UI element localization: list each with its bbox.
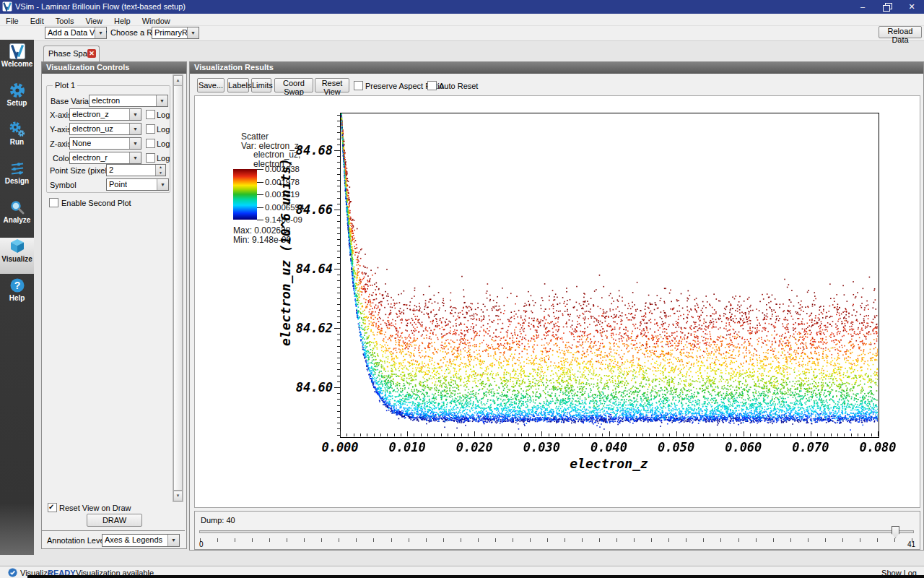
slider-tick (894, 538, 895, 542)
controls-scrollbar[interactable]: ▲ ▼ (173, 74, 183, 502)
slider-tick (720, 538, 721, 542)
auto-reset-checkbox[interactable] (427, 81, 437, 90)
tab-close-icon[interactable]: ✕ (87, 49, 96, 58)
app-window: VSim - Laminar Brillouin Flow (text-base… (0, 0, 924, 578)
menu-help[interactable]: Help (108, 16, 136, 26)
chevron-down-icon: ▼ (167, 535, 179, 546)
sidebar-item-label: Analyze (0, 216, 34, 224)
base-variable-dropdown[interactable]: electron▼ (89, 95, 168, 107)
slider-tick (373, 538, 374, 542)
point-size-label: Point Size (pixels) (50, 166, 113, 175)
reset-view-on-draw-checkbox[interactable] (48, 503, 57, 512)
add-data-view-dropdown[interactable]: Add a Data View▼ (45, 27, 107, 39)
slider-min-label: 0 (199, 540, 204, 548)
sidebar: WelcomeSetupRunDesignAnalyzeVisualize?He… (0, 40, 34, 555)
coord-swap-button[interactable]: Coord Swap (274, 78, 313, 92)
spin-up-icon[interactable]: ▲ (156, 165, 165, 171)
screen-edge (27, 575, 924, 578)
visualization-results-panel: Visualization Results Save...LabelsLimit… (189, 61, 924, 551)
log-label: Log (157, 111, 170, 119)
x-axis-dropdown[interactable]: electron_z▼ (69, 108, 141, 121)
point-size-stepper[interactable]: 2 ▲▼ (106, 164, 166, 176)
sidebar-item-design[interactable]: Design (0, 160, 34, 196)
z-axis-dropdown[interactable]: None▼ (69, 137, 141, 150)
z-axis-log-checkbox[interactable] (146, 139, 155, 148)
menu-tools[interactable]: Tools (50, 16, 80, 26)
minimize-button[interactable]: – (850, 0, 875, 14)
tab-phase-space[interactable]: Phase Space ✕ (43, 46, 100, 62)
slider-tick (321, 538, 322, 542)
slider-tick (513, 538, 513, 542)
menu-window[interactable]: Window (136, 16, 176, 26)
gear-icon (0, 82, 34, 100)
sidebar-item-label: Setup (0, 99, 34, 107)
dump-slider-handle[interactable] (892, 526, 899, 538)
spin-down-icon[interactable]: ▼ (156, 171, 165, 176)
sidebar-item-setup[interactable]: Setup (0, 82, 34, 118)
slider-tick (426, 538, 427, 542)
sidebar-item-run[interactable]: Run (0, 121, 34, 157)
slider-tick (877, 538, 878, 542)
sidebar-item-visualize[interactable]: Visualize (0, 238, 34, 274)
sidebar-item-help[interactable]: ?Help (0, 277, 34, 313)
slider-tick (565, 538, 565, 542)
controls-panel-header: Visualization Controls (42, 62, 186, 74)
slider-tick (599, 538, 600, 542)
plot1-group-title: Plot 1 (53, 81, 77, 90)
menu-view[interactable]: View (79, 16, 108, 26)
slider-tick (495, 538, 496, 542)
symbol-dropdown[interactable]: Point▼ (106, 178, 169, 191)
log-label: Log (157, 154, 170, 163)
reload-data-button[interactable]: Reload Data (879, 26, 922, 38)
save--button[interactable]: Save... (197, 78, 225, 92)
chevron-down-icon: ▼ (95, 27, 106, 38)
z-axis-label: Z-axis (50, 139, 71, 148)
chevron-down-icon: ▼ (129, 109, 141, 120)
annotation-level-dropdown[interactable]: Axes & Legends▼ (102, 534, 180, 547)
slider-tick (252, 538, 253, 542)
preserve-aspect-ratio-checkbox[interactable] (354, 81, 363, 90)
y-axis-log-checkbox[interactable] (146, 124, 155, 134)
slider-tick (287, 538, 287, 542)
labels-button[interactable]: Labels (227, 78, 249, 92)
run-dropdown[interactable]: PrimaryRun▼ (152, 27, 199, 39)
window-title: VSim - Laminar Brillouin Flow (text-base… (15, 2, 186, 11)
scrollbar-thumb[interactable] (173, 85, 183, 491)
draw-button[interactable]: DRAW (87, 514, 142, 527)
color-log-checkbox[interactable] (146, 153, 155, 163)
slider-tick (703, 538, 704, 542)
limits-button[interactable]: Limits (251, 78, 271, 92)
slider-tick (808, 538, 808, 542)
slider-tick (339, 538, 339, 542)
vsim-logo-icon (0, 43, 34, 61)
slider-tick (668, 538, 669, 542)
menu-file[interactable]: File (0, 16, 25, 26)
y-axis-label: Y-axis (50, 125, 71, 134)
x-axis-log-checkbox[interactable] (146, 110, 155, 119)
scroll-down-icon[interactable]: ▼ (173, 491, 183, 501)
sidebar-item-label: Help (0, 294, 34, 302)
y-axis-dropdown[interactable]: electron_uz▼ (69, 123, 141, 135)
close-button[interactable]: ✕ (899, 0, 924, 14)
enable-second-plot-checkbox[interactable] (49, 198, 58, 207)
slider-tick (547, 538, 548, 542)
chevron-down-icon: ▼ (129, 138, 141, 149)
double-gear-icon (0, 121, 34, 139)
sidebar-item-label: Welcome (0, 60, 34, 68)
divider (42, 530, 185, 531)
reset-view-button[interactable]: Reset View (315, 78, 349, 92)
chevron-down-icon: ▼ (129, 152, 141, 163)
x-axis-label: X-axis (50, 111, 72, 119)
chevron-down-icon: ▼ (129, 124, 141, 134)
sidebar-item-analyze[interactable]: Analyze (0, 199, 34, 235)
log-label: Log (157, 139, 170, 148)
sidebar-item-label: Visualize (0, 255, 34, 263)
color-dropdown[interactable]: electron_r▼ (69, 152, 141, 164)
dump-slider-track[interactable] (199, 530, 914, 533)
menu-edit[interactable]: Edit (25, 16, 50, 26)
scroll-up-icon[interactable]: ▲ (173, 75, 183, 86)
maximize-button[interactable] (875, 0, 899, 14)
sidebar-item-welcome[interactable]: Welcome (0, 43, 34, 79)
slider-tick (842, 538, 843, 542)
slider-tick (651, 538, 652, 542)
